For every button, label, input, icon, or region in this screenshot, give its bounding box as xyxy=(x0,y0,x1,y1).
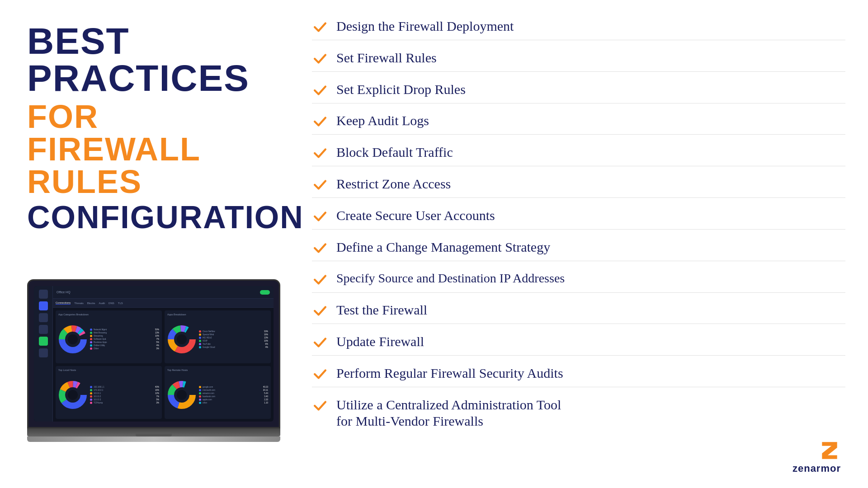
nav-connections: Connections xyxy=(56,301,71,305)
left-panel: BEST PRACTICES FOR FIREWALL RULES CONFIG… xyxy=(0,0,298,488)
svg-point-7 xyxy=(68,334,78,344)
item-text-11: Update Firewall xyxy=(336,333,424,350)
checklist-item-1: Design the Firewall Deployment xyxy=(312,14,845,40)
checklist-item-9: Specify Source and Destination IP Addres… xyxy=(312,266,845,293)
laptop-base xyxy=(27,428,280,436)
checklist-item-10: Test the Firewall xyxy=(312,297,845,324)
check-icon-13 xyxy=(312,398,328,414)
chart-title-1: App Categories Breakdown xyxy=(58,313,159,316)
item-text-7: Create Secure User Accounts xyxy=(336,207,495,224)
chart-remote-hosts: Top Remote Hosts xyxy=(165,366,271,419)
check-icon-7 xyxy=(312,208,328,225)
laptop: Office HQ Connections Threats Blocks Aud… xyxy=(27,279,280,442)
svg-point-14 xyxy=(177,334,187,344)
check-icon-1 xyxy=(312,19,328,35)
zenarmor-brand-text: zenarmor xyxy=(793,463,841,474)
laptop-screen-inner: Office HQ Connections Threats Blocks Aud… xyxy=(34,286,274,422)
laptop-screen-outer: Office HQ Connections Threats Blocks Aud… xyxy=(27,279,280,428)
zenarmor-logo: zenarmor xyxy=(312,438,845,474)
checklist-item-2: Set Firewall Rules xyxy=(312,45,845,72)
sidebar-icon-2 xyxy=(39,313,48,322)
legend-2: Cisco Netflow33% Special Web16% IKE IKEv… xyxy=(199,330,268,348)
nav-audit: Audit xyxy=(99,302,105,305)
title-line2: FOR FIREWALL RULES xyxy=(27,100,280,198)
nav-tls: TLS xyxy=(118,302,123,305)
dash-sidebar xyxy=(34,286,53,422)
check-icon-12 xyxy=(312,366,328,382)
item-text-5: Block Default Traffic xyxy=(336,144,453,160)
sidebar-icon xyxy=(39,290,48,299)
chart-title-4: Top Remote Hosts xyxy=(167,369,268,371)
item-text-6: Restrict Zone Access xyxy=(336,176,451,192)
nav-dns: DNS xyxy=(108,302,114,305)
legend-3: 192.168.1.140% 172.16.0.116% 10.0.0.112%… xyxy=(90,386,159,404)
item-text-2: Set Firewall Rules xyxy=(336,50,437,66)
checklist-item-7: Create Secure User Accounts xyxy=(312,203,845,230)
dash-toggle xyxy=(260,290,270,295)
item-text-13-sub: for Multi-Vendor Firewalls xyxy=(336,413,561,429)
check-icon-10 xyxy=(312,303,328,319)
chart-content-4: google.com40.23 microsoft.com20.11 amazo… xyxy=(167,373,268,416)
check-icon-5 xyxy=(312,145,328,161)
chart-content-2: Cisco Netflow33% Special Web16% IKE IKEv… xyxy=(167,318,268,361)
nav-blocks: Blocks xyxy=(87,302,95,305)
dash-content: App Categories Breakdown xyxy=(53,308,274,422)
item-text-13: Utilize a Centralized Administration Too… xyxy=(336,397,561,413)
check-icon-9 xyxy=(312,272,328,288)
check-icon-11 xyxy=(312,334,328,351)
chart-apps: Apps Breakdown xyxy=(165,310,271,363)
laptop-illustration: Office HQ Connections Threats Blocks Aud… xyxy=(27,247,280,474)
title-line3: CONFIGURATION xyxy=(27,202,280,233)
zenarmor-icon xyxy=(818,438,841,461)
chart-content-3: 192.168.1.140% 172.16.0.116% 10.0.0.112%… xyxy=(58,373,159,416)
legend-1: Network Mgmt50% Web Browsing13% Streamin… xyxy=(90,328,159,350)
item-text-10: Test the Firewall xyxy=(336,302,427,318)
item-text-8: Define a Change Management Strategy xyxy=(336,239,550,255)
check-icon-8 xyxy=(312,240,328,256)
dash-main: Office HQ Connections Threats Blocks Aud… xyxy=(53,286,274,422)
dashboard-mockup: Office HQ Connections Threats Blocks Aud… xyxy=(34,286,274,422)
item-text-3: Set Explicit Drop Rules xyxy=(336,81,466,98)
svg-point-28 xyxy=(177,390,187,400)
donut-chart-2 xyxy=(167,325,196,354)
checklist: Design the Firewall Deployment Set Firew… xyxy=(312,14,845,434)
dash-header-text: Office HQ xyxy=(57,291,71,294)
checklist-item-12: Perform Regular Firewall Security Audits xyxy=(312,361,845,387)
dash-nav: Connections Threats Blocks Audit DNS TLS xyxy=(53,299,274,308)
item-text-9: Specify Source and Destination IP Addres… xyxy=(336,271,565,286)
item-text-1: Design the Firewall Deployment xyxy=(336,18,514,34)
checklist-item-5: Block Default Traffic xyxy=(312,140,845,166)
chart-app-categories: App Categories Breakdown xyxy=(56,310,162,363)
item-text-4: Keep Audit Logs xyxy=(336,113,429,129)
checklist-item-8: Define a Change Management Strategy xyxy=(312,235,845,261)
title-block: BEST PRACTICES FOR FIREWALL RULES CONFIG… xyxy=(27,23,280,233)
checklist-item-11: Update Firewall xyxy=(312,329,845,356)
right-panel: Design the Firewall Deployment Set Firew… xyxy=(298,0,868,488)
sidebar-icon-3 xyxy=(39,325,48,334)
chart-content-1: Network Mgmt50% Web Browsing13% Streamin… xyxy=(58,318,159,361)
item-text-12: Perform Regular Firewall Security Audits xyxy=(336,365,563,381)
donut-chart-4 xyxy=(167,380,196,409)
sidebar-icon-active xyxy=(39,301,48,310)
check-icon-3 xyxy=(312,82,328,99)
legend-4: google.com40.23 microsoft.com20.11 amazo… xyxy=(199,386,268,404)
check-icon-6 xyxy=(312,177,328,193)
nav-threats: Threats xyxy=(74,302,83,305)
sidebar-icon-green xyxy=(39,337,48,346)
checklist-item-13: Utilize a Centralized Administration Too… xyxy=(312,392,845,434)
chart-local-hosts: Top Local Hosts xyxy=(56,366,162,419)
check-icon-2 xyxy=(312,51,328,67)
check-icon-4 xyxy=(312,113,328,130)
chart-title-2: Apps Breakdown xyxy=(167,313,268,316)
svg-point-21 xyxy=(68,390,78,400)
chart-title-3: Top Local Hosts xyxy=(58,369,159,371)
checklist-item-4: Keep Audit Logs xyxy=(312,108,845,135)
sidebar-icon-4 xyxy=(39,348,48,357)
checklist-item-6: Restrict Zone Access xyxy=(312,171,845,198)
donut-chart-1 xyxy=(58,325,87,354)
donut-chart-3 xyxy=(58,380,87,409)
laptop-stand xyxy=(27,436,280,442)
dash-header: Office HQ xyxy=(53,286,274,299)
title-line1: BEST PRACTICES xyxy=(27,23,280,97)
checklist-item-3: Set Explicit Drop Rules xyxy=(312,77,845,103)
